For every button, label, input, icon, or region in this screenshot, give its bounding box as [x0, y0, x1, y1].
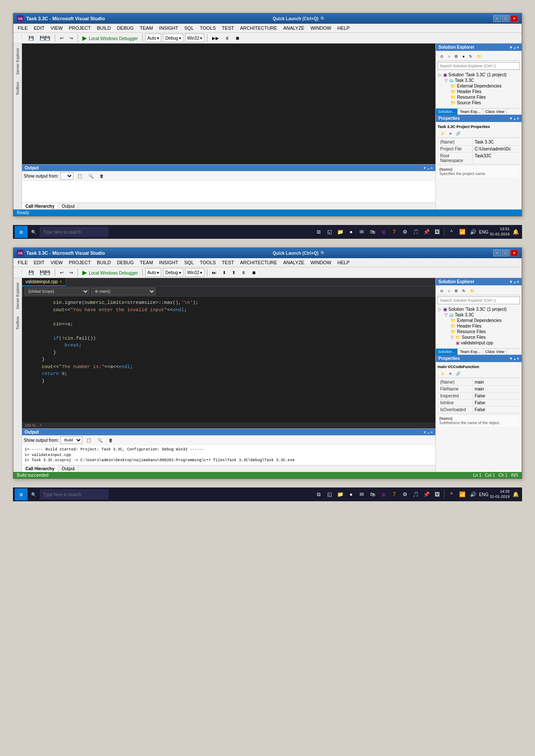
tree-item-header-1[interactable]: 📁 Header Files	[438, 89, 519, 94]
restore-btn-1[interactable]: □	[502, 15, 510, 22]
props-btn2-1[interactable]: ≡	[447, 131, 453, 137]
doc-tab-close-icon-2[interactable]: ×	[59, 279, 62, 284]
taskbar-icon-7-1[interactable]: 7	[389, 227, 399, 237]
sol-exp-btn2-1[interactable]: ○	[446, 53, 452, 59]
tree-item-resource-1[interactable]: 📁 Resource Files	[438, 94, 519, 100]
taskbar-icon-store-2[interactable]: 🛍	[368, 490, 377, 499]
taskbar-icon-edge-1[interactable]: ◱	[325, 227, 334, 237]
tree-item-solution-1[interactable]: ▷ ▣ Solution 'Task 3.3C' (1 project)	[438, 72, 519, 78]
toolbar-undo-btn-1[interactable]: ↩	[58, 35, 66, 41]
menu-window-1[interactable]: WINDOW	[308, 25, 334, 31]
mode-dropdown-1[interactable]: Debug▾	[163, 34, 183, 42]
menu-debug-2[interactable]: DEBUG	[114, 259, 136, 266]
output-toolbar-btn1-2[interactable]: 📋	[84, 437, 94, 444]
tree-item-header-2[interactable]: 📁 Header Files	[438, 323, 519, 329]
toolbar-redo-btn-2[interactable]: ↪	[67, 269, 75, 276]
tree-item-source-1[interactable]: 📁 Source Files	[438, 100, 519, 106]
menu-analyze-1[interactable]: ANALYZE	[281, 25, 307, 31]
tree-item-validate-2[interactable]: ▣ validateinput.cpp	[438, 340, 519, 346]
menu-sql-2[interactable]: SQL	[181, 259, 196, 266]
menu-file-2[interactable]: FILE	[15, 259, 30, 266]
taskbar-icon-task-view-2[interactable]: ⧉	[314, 490, 323, 499]
tree-item-solution-2[interactable]: ▷ ▣ Solution 'Task 3.3C' (1 project)	[438, 306, 519, 312]
output-source-select-2[interactable]: Build	[60, 436, 82, 444]
taskbar-icon-settings-1[interactable]: ⚙	[400, 227, 410, 237]
sol-exp-btn5-1[interactable]: ↻	[467, 53, 474, 59]
taskbar-icon-img-1[interactable]: 🖼	[432, 227, 442, 237]
close-btn-1[interactable]: ×	[510, 15, 518, 22]
tree-item-source-2[interactable]: ▽ 📁 Source Files	[438, 334, 519, 340]
toolbar-misc2-1[interactable]: ⏸	[223, 35, 232, 41]
menu-window-2[interactable]: WINDOW	[308, 259, 334, 266]
menu-insight-2[interactable]: INSIGHT	[156, 259, 181, 266]
taskbar-icon-vol-1[interactable]: 🔊	[468, 227, 478, 237]
menu-tools-1[interactable]: TOOLS	[197, 25, 219, 31]
props-btn3-1[interactable]: 🔗	[454, 131, 462, 137]
taskbar-icon-pin-2[interactable]: 📌	[422, 490, 431, 499]
props-btn3-2[interactable]: 🔗	[454, 371, 462, 377]
debug-play-btn-1[interactable]: ▶ Local Windows Debugger	[81, 34, 140, 41]
menu-analyze-2[interactable]: ANALYZE	[281, 259, 307, 266]
output-source-select-1[interactable]	[60, 172, 73, 180]
toolbar-stop-2[interactable]: ⏹	[250, 269, 258, 276]
props-btn1-1[interactable]: ⚡	[438, 131, 447, 137]
mode-dropdown-2[interactable]: Debug▾	[163, 268, 183, 277]
sol-exp-btn1-1[interactable]: ⊙	[438, 53, 445, 59]
output-toolbar-btn3-2[interactable]: 🗑	[106, 437, 115, 444]
close-btn-2[interactable]: ×	[510, 250, 518, 256]
toolbar-save-btn-2[interactable]: 💾	[26, 269, 36, 276]
taskbar-clock-1[interactable]: 13:51 31-01-2019	[490, 227, 510, 237]
taskbar-icon-pin-1[interactable]: 📌	[422, 227, 431, 237]
sol-bottom-tab-class-2[interactable]: Class View	[483, 349, 507, 355]
toolbar-step-into-2[interactable]: ⬇	[220, 269, 228, 276]
menu-arch-1[interactable]: ARCHITECTURE	[238, 25, 280, 31]
toolbar-step-out-2[interactable]: ⬆	[230, 269, 238, 276]
sol-bottom-tab-team-1[interactable]: Team Exp...	[458, 109, 483, 115]
menu-build-1[interactable]: BUILD	[94, 25, 113, 31]
props-btn1-2[interactable]: ⚡	[438, 371, 447, 377]
taskbar-icon-notification-1[interactable]: 🔔	[511, 227, 520, 237]
menu-debug-1[interactable]: DEBUG	[114, 25, 136, 31]
tree-item-ext-dep-1[interactable]: 📁 External Dependencies	[438, 83, 519, 89]
menu-tools-2[interactable]: TOOLS	[197, 259, 219, 266]
taskbar-icon-7-2[interactable]: 7	[389, 490, 399, 499]
toolbar-new-btn-2[interactable]: 📄	[15, 269, 25, 276]
minimize-btn-1[interactable]: −	[493, 15, 501, 22]
toolbar-misc-1[interactable]: ▶▶	[210, 35, 221, 41]
taskbar-search-input-2[interactable]	[40, 489, 109, 500]
menu-view-2[interactable]: VIEW	[48, 259, 65, 266]
side-tab-toolbox-1[interactable]: Toolbox	[15, 79, 21, 98]
sol-bottom-tab-solution-1[interactable]: Solution...	[436, 109, 458, 115]
sol-bottom-tab-solution-2[interactable]: Solution...	[436, 349, 458, 355]
platform-dropdown-2[interactable]: Win32▾	[185, 268, 204, 277]
menu-sql-1[interactable]: SQL	[181, 25, 196, 31]
output-toolbar-btn3-1[interactable]: 🗑	[97, 173, 106, 179]
sol-exp-btn5-2[interactable]: 📁	[468, 288, 476, 294]
taskbar-search-icon-1[interactable]: 🔍	[29, 229, 38, 235]
menu-edit-1[interactable]: EDIT	[31, 25, 47, 31]
taskbar-icon-net-1[interactable]: 📶	[457, 227, 467, 237]
taskbar-icon-notification-2[interactable]: 🔔	[511, 490, 520, 499]
taskbar-icon-edge-2[interactable]: ◱	[325, 490, 334, 499]
menu-arch-2[interactable]: ARCHITECTURE	[238, 259, 280, 266]
toolbar-breakall-2[interactable]: ⏸	[239, 269, 248, 276]
taskbar-icon-explorer-1[interactable]: 📁	[335, 227, 345, 237]
menu-insight-1[interactable]: INSIGHT	[156, 25, 181, 31]
platform-dropdown-1[interactable]: Win32▾	[185, 34, 204, 42]
menu-test-1[interactable]: TEST	[219, 25, 237, 31]
taskbar-icon-mail-2[interactable]: ✉	[357, 490, 366, 499]
taskbar-icon-arrow-1[interactable]: ^	[447, 227, 456, 237]
tree-item-ext-dep-2[interactable]: 📁 External Dependencies	[438, 318, 519, 323]
config-dropdown-1[interactable]: Auto▾	[145, 34, 162, 42]
func-select-2[interactable]: ⊕ main()	[91, 287, 156, 295]
output-toolbar-btn1-1[interactable]: 📋	[75, 173, 84, 179]
sol-exp-btn2-2[interactable]: ○	[446, 288, 452, 294]
menu-view-1[interactable]: VIEW	[48, 25, 65, 31]
output-toolbar-btn2-1[interactable]: 🔍	[86, 173, 96, 179]
taskbar-icon-vol-2[interactable]: 🔊	[468, 490, 478, 499]
title-controls-2[interactable]: − □ ×	[493, 250, 518, 256]
props-btn2-2[interactable]: ≡	[447, 371, 453, 377]
toolbar-saveall-btn-1[interactable]: 💾💾	[38, 35, 52, 41]
taskbar-icon-media-2[interactable]: 🎵	[411, 490, 420, 499]
side-tab-server-2[interactable]: Server Explorer	[15, 280, 21, 312]
